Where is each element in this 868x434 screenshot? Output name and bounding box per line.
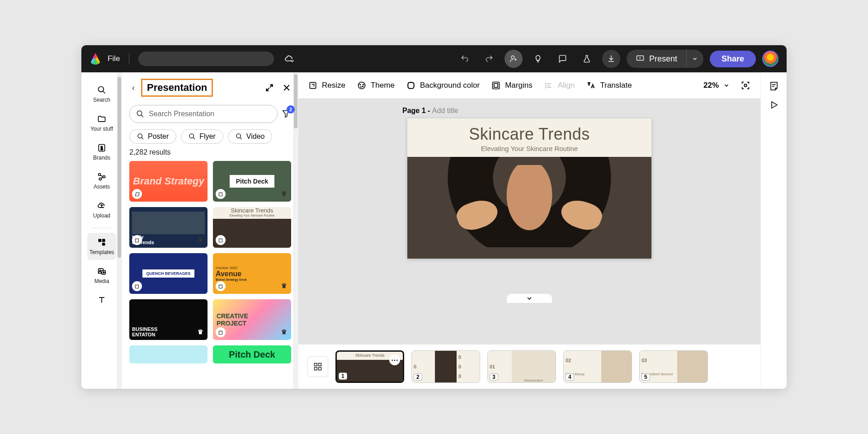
search-icon xyxy=(136,110,144,118)
template-card[interactable]: Pitch Deck xyxy=(213,345,291,363)
beta-flask-icon[interactable] xyxy=(578,50,596,68)
canvas-stage[interactable]: Page 1 - Add title Skincare Trends Eleva… xyxy=(298,99,760,344)
brand-icon xyxy=(97,143,107,153)
present-button[interactable]: Present xyxy=(627,50,703,68)
page-label[interactable]: Page 1 - Add title xyxy=(402,107,458,115)
slide-thumbnail[interactable]: 0 000 2 xyxy=(411,350,480,383)
svg-point-12 xyxy=(137,111,142,116)
rail-assets[interactable]: Assets xyxy=(87,167,116,194)
comment-icon[interactable] xyxy=(553,50,571,68)
template-card[interactable]: tality et Trends ◻ ♛ xyxy=(129,207,208,248)
template-card[interactable] xyxy=(129,345,208,363)
toolbar-translate-label: Translate xyxy=(600,81,632,90)
svg-point-21 xyxy=(363,86,363,87)
template-card-label: Elevating Your Skincare Routine xyxy=(229,214,274,217)
fit-view-icon[interactable] xyxy=(741,80,750,90)
premium-icon: ♛ xyxy=(279,190,288,199)
template-card-label: Pitch Deck xyxy=(236,178,269,185)
chip-poster[interactable]: Poster xyxy=(129,129,176,144)
template-card[interactable]: Pitch Deck ◻ ♛ xyxy=(213,161,291,202)
filter-icon[interactable]: 2 xyxy=(281,109,291,119)
rail-divider xyxy=(92,228,112,228)
multi-page-icon: ◻ xyxy=(132,281,142,291)
note-icon[interactable] xyxy=(769,80,779,91)
toolbar-theme-label: Theme xyxy=(371,81,395,90)
grid-view-icon[interactable] xyxy=(307,356,328,377)
global-search-input[interactable] xyxy=(138,52,274,66)
rail-templates[interactable]: Templates xyxy=(87,233,116,260)
slide-thumbnail[interactable]: 03Personalized Skincare 5 xyxy=(639,350,708,383)
chip-flyer[interactable]: Flyer xyxy=(181,129,223,144)
template-card-label: Skincare Trends xyxy=(231,207,274,214)
thumbnail-collapse-icon[interactable] xyxy=(507,294,552,303)
play-icon[interactable] xyxy=(769,99,779,110)
toolbar-bgcolor[interactable]: Background color xyxy=(406,81,480,90)
template-card-label: Pitch Deck xyxy=(229,349,275,360)
app-logo-icon[interactable] xyxy=(90,53,101,65)
tips-bulb-icon[interactable] xyxy=(529,50,547,68)
cloud-sync-icon[interactable] xyxy=(280,50,298,68)
premium-icon: ♛ xyxy=(279,282,288,291)
share-button[interactable]: Share xyxy=(710,51,756,67)
template-card[interactable]: CREATIVE PROJECT ◻ ♛ xyxy=(213,299,291,340)
toolbar-resize[interactable]: Resize xyxy=(308,81,345,90)
redo-icon[interactable] xyxy=(480,50,498,68)
rail-media[interactable]: Media xyxy=(87,262,116,289)
slide-photo xyxy=(407,157,651,259)
rail-brands[interactable]: Brands xyxy=(87,138,116,165)
present-caret-icon[interactable] xyxy=(686,50,703,68)
download-icon[interactable] xyxy=(602,50,620,68)
template-card[interactable]: BUSINESS ENTATON ♛ xyxy=(129,299,208,340)
premium-icon: ♛ xyxy=(196,328,205,337)
rail-your-stuff[interactable]: Your stuff xyxy=(87,109,116,137)
panel-back-icon[interactable]: ‹ xyxy=(129,81,137,94)
template-search-input[interactable]: Search Presentation xyxy=(129,105,278,123)
close-icon[interactable] xyxy=(282,83,291,92)
rail-upload[interactable]: Upload xyxy=(87,196,116,223)
svg-point-13 xyxy=(138,134,142,138)
slide-thumbnail[interactable]: 02Clean Beauty 4 xyxy=(563,350,632,383)
rail-search[interactable]: Search xyxy=(87,80,116,108)
toolbar-theme[interactable]: Theme xyxy=(357,81,395,90)
svg-point-17 xyxy=(358,82,365,89)
svg-point-14 xyxy=(189,134,193,138)
template-card[interactable]: Brand Strategy ◻ xyxy=(129,161,208,202)
undo-icon[interactable] xyxy=(456,50,474,68)
slide-thumbnail[interactable]: 01 Introduction 3 xyxy=(487,350,556,383)
panel-scrollbar[interactable] xyxy=(293,72,298,389)
template-card-label: Brand Strategy xyxy=(133,175,204,187)
template-card[interactable]: QUENCH BEVERAGES ◻ xyxy=(129,253,208,294)
expand-icon[interactable] xyxy=(265,83,274,92)
slide-thumbnail[interactable]: Skincare Trends 1 ⋯ xyxy=(335,350,404,383)
template-card-label: ENTATON xyxy=(132,332,155,337)
present-label: Present xyxy=(649,54,677,64)
svg-rect-29 xyxy=(319,368,321,370)
top-bar: File Present Share xyxy=(81,45,787,72)
svg-rect-8 xyxy=(102,239,105,242)
rail-scrollbar[interactable] xyxy=(117,72,122,389)
template-card-label: CREATIVE xyxy=(217,312,248,320)
rail-text[interactable] xyxy=(87,291,116,305)
template-card-label: PROJECT xyxy=(217,320,246,327)
chip-video[interactable]: Video xyxy=(228,129,273,144)
chip-poster-label: Poster xyxy=(148,132,169,141)
toolbar-translate[interactable]: Translate xyxy=(586,81,632,90)
user-avatar[interactable] xyxy=(762,51,778,67)
invite-people-icon[interactable] xyxy=(505,50,523,68)
template-card-label: QUENCH BEVERAGES xyxy=(142,269,194,278)
canvas-area: Resize Theme Background color Margins Al… xyxy=(298,72,760,389)
chevron-down-icon[interactable] xyxy=(723,82,730,89)
svg-rect-26 xyxy=(315,363,317,366)
toolbar-margins[interactable]: Margins xyxy=(491,81,532,90)
thumb-more-icon[interactable]: ⋯ xyxy=(389,354,400,365)
search-icon xyxy=(97,85,107,95)
multi-page-icon: ◻ xyxy=(132,189,142,199)
file-menu[interactable]: File xyxy=(108,54,120,63)
svg-point-20 xyxy=(360,87,361,88)
zoom-level[interactable]: 22% xyxy=(703,81,719,90)
template-card[interactable]: Skincare Trends Elevating Your Skincare … xyxy=(213,207,291,248)
slide-canvas[interactable]: Skincare Trends Elevating Your Skincare … xyxy=(407,118,651,259)
thumb-section-num: 03 xyxy=(642,358,675,363)
slide-subtitle: Elevating Your Skincare Routine xyxy=(481,145,578,152)
template-card[interactable]: October 2022 Avenue Brand Strategy Deck … xyxy=(213,253,291,294)
